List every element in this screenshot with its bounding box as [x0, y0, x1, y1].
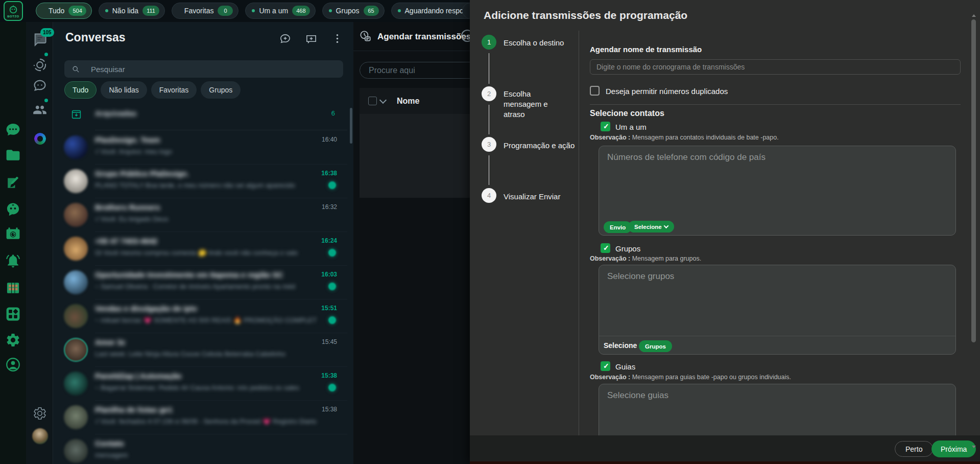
tab-label: Um a um: [259, 7, 288, 15]
status-dot: [44, 53, 48, 56]
chat-avatar: [64, 304, 88, 328]
new-broadcast-icon[interactable]: [305, 33, 317, 44]
note-text: Mensagem para contatos individuais de ba…: [632, 134, 779, 141]
one-to-one-note: Observação : Mensagem para contatos indi…: [590, 134, 779, 141]
broadcast-search-input[interactable]: [369, 66, 478, 75]
scroll-down-arrow[interactable]: [972, 446, 976, 448]
menu-dots-icon[interactable]: [331, 33, 343, 44]
chip-favoritas[interactable]: Favoritas: [151, 81, 197, 99]
chat-last-message: ~ Samuel Oliveira : Corretor de imóveis …: [95, 283, 295, 290]
chat-avatar: [64, 169, 88, 193]
bell-icon[interactable]: [5, 253, 21, 269]
chat-time: 16:40: [322, 136, 337, 143]
new-chat-icon[interactable]: [279, 33, 291, 44]
chat-row[interactable]: Grupo Público PlaDesign.PLANO TOTAL!! Bo…: [53, 165, 353, 198]
chat-name: Amor 3z: [95, 338, 125, 346]
broadcast-name-input[interactable]: [590, 59, 961, 75]
settings-gear-icon[interactable]: [5, 332, 21, 348]
groups-checkbox[interactable]: [601, 243, 610, 253]
broadcast-name-label: Agendar nome de transmissão: [590, 45, 702, 54]
notes-pencil-icon[interactable]: [5, 175, 21, 191]
next-button[interactable]: Próxima: [931, 440, 976, 457]
chat-row[interactable]: Oportunidade Investimento em Itapema e r…: [53, 266, 353, 299]
bot-icon[interactable]: [5, 202, 21, 218]
allow-duplicates-checkbox[interactable]: [590, 86, 600, 96]
tab-count-badge: 504: [68, 6, 86, 16]
tab-count-badge: 0: [218, 6, 233, 16]
chat-row[interactable]: +55 47 7403-4642Oi Você mesmo comprou co…: [53, 232, 353, 266]
chat-last-message: √ Você: Eu brigado Deus: [95, 215, 169, 223]
tab-nao-lida[interactable]: Não lida111: [99, 3, 165, 19]
tabs-textarea[interactable]: [599, 384, 955, 435]
profile-icon[interactable]: [5, 357, 21, 373]
chat-avatar: [64, 439, 88, 463]
user-avatar[interactable]: [32, 428, 48, 444]
tab-count-badge: 111: [142, 6, 159, 16]
scrollbar-thumb[interactable]: [971, 19, 976, 342]
bot-logo-icon: [8, 5, 19, 15]
search-input[interactable]: [91, 65, 343, 74]
settings-gear-icon[interactable]: [33, 406, 47, 421]
channel-chat-icon[interactable]: [33, 78, 47, 92]
folder-icon[interactable]: [5, 147, 21, 163]
groups-label: Grupos: [615, 244, 640, 253]
chip-tudo[interactable]: Tudo: [64, 81, 97, 99]
status-dot: [105, 9, 108, 12]
groups-note: Observação : Mensagem para grupos.: [590, 255, 701, 262]
tabs-checkbox[interactable]: [601, 361, 610, 371]
status-dot: [398, 9, 401, 12]
chat-row[interactable]: PlasDesign. Team√ Você: Arquivo: meu log…: [53, 131, 353, 165]
groups-pill-button[interactable]: Grupos: [639, 340, 672, 352]
unread-badge: [328, 249, 336, 257]
chat-time: 16:32: [322, 203, 337, 211]
modal-scrollbar[interactable]: [971, 14, 977, 452]
status-circle-icon[interactable]: [33, 58, 47, 72]
board-grid-icon[interactable]: [5, 280, 21, 296]
chat-time: 15:38: [321, 372, 337, 379]
chat-name: Contato: [95, 439, 124, 448]
one-to-one-checkbox[interactable]: [601, 122, 610, 131]
tab-tudo[interactable]: Tudo504: [36, 3, 92, 19]
allow-duplicates-label: Deseja permitir números duplicados: [606, 87, 728, 96]
chat-row[interactable]: PaneldZap | Automação~ Bagarrai Sistemas…: [53, 367, 353, 401]
groups-icon[interactable]: [33, 103, 47, 117]
botzo-logo: BOTZO: [4, 1, 23, 21]
send-button[interactable]: Envio: [604, 221, 632, 233]
conversations-scrollbar[interactable]: [350, 108, 352, 144]
conversations-panel: Conversas Tudo Não lidas Favoritas Grupo…: [53, 22, 353, 464]
chat-last-message: PLANO TOTAL!! Boa tarde, o meu número nã…: [95, 181, 295, 189]
chat-last-message: ~ mikael borzac 💗 SOMENTE AS 500 REAIS 🔥…: [95, 316, 317, 324]
chevron-down-icon[interactable]: [379, 96, 387, 103]
scroll-up-arrow[interactable]: [972, 14, 976, 17]
tabs-note: Observação : Mensagem para guias bate -p…: [590, 374, 791, 381]
chat-row[interactable]: Amor 3zLast week: Leite Ninja Altura Cou…: [53, 333, 353, 367]
chat-row[interactable]: Vendas e divulgação de iptv~ mikael borz…: [53, 299, 353, 333]
app-root: BOTZO Tudo504 Não lida111 Favoritas0 Um …: [0, 0, 980, 464]
groups-textarea[interactable]: [599, 265, 955, 336]
select-all-checkbox[interactable]: [368, 97, 377, 105]
tab-um-a-um[interactable]: Um a um468: [245, 3, 315, 19]
chat-row[interactable]: Contatomensagem: [53, 434, 353, 464]
tabs-area: [599, 384, 956, 435]
chip-nao-lidas[interactable]: Não lidas: [101, 81, 147, 99]
chip-grupos[interactable]: Grupos: [201, 81, 241, 99]
chat-last-message: √ Você: Arquivo: meu logo: [95, 148, 172, 155]
tab-favoritas[interactable]: Favoritas0: [172, 3, 239, 19]
archived-count: 6: [331, 109, 335, 117]
tab-grupos[interactable]: Grupos65: [322, 3, 385, 19]
chat-time: 16:24: [321, 237, 337, 244]
apps-blocks-icon[interactable]: [5, 306, 21, 322]
chat-name: Brothers Runners: [95, 203, 160, 212]
tab-count-badge: 65: [364, 6, 379, 16]
chat-row[interactable]: Planilha de listas ge1√ Você: fechados 4…: [53, 401, 353, 434]
unread-badge: [328, 384, 336, 391]
select-dropdown-button[interactable]: Selecione: [628, 221, 674, 233]
archived-row[interactable]: Arquivadas 6: [53, 107, 353, 130]
chat-name: Vendas e divulgação de iptv: [95, 304, 197, 313]
chat-dots-icon[interactable]: [5, 122, 21, 137]
calendar-camera-icon[interactable]: [5, 226, 21, 242]
groups-pill-label: Grupos: [645, 343, 666, 350]
close-button[interactable]: Perto: [895, 441, 933, 457]
chat-row[interactable]: Brothers Runners√ Você: Eu brigado Deus1…: [53, 198, 353, 232]
chat-last-message: Oi Você mesmo comprou comesta 🤔 lindo vo…: [95, 249, 298, 257]
